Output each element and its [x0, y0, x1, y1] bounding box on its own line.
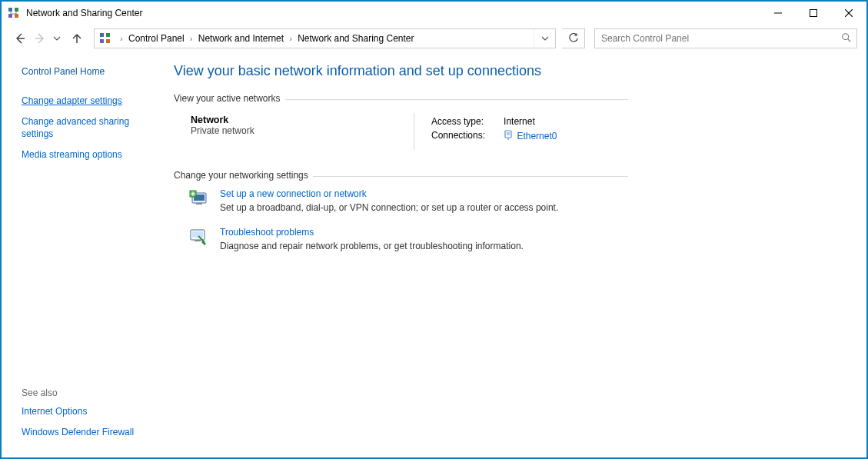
svg-rect-1 [15, 8, 18, 12]
svg-rect-5 [810, 10, 817, 17]
connection-link[interactable]: Ethernet0 [517, 131, 557, 141]
search-icon[interactable] [841, 32, 852, 45]
action-setup-connection-link[interactable]: Set up a new connection or network [220, 188, 558, 199]
svg-rect-12 [100, 39, 104, 43]
svg-point-14 [843, 33, 849, 39]
svg-rect-10 [100, 33, 104, 37]
svg-line-15 [848, 38, 851, 42]
see-also-internet-options[interactable]: Internet Options [22, 406, 155, 418]
ethernet-icon [504, 130, 513, 141]
sidebar-item-change-advanced-sharing-settings[interactable]: Change advanced sharing settings [22, 116, 155, 140]
access-type-label: Access type: [431, 116, 491, 128]
control-panel-home-link[interactable]: Control Panel Home [22, 66, 155, 78]
forward-button[interactable] [31, 29, 49, 48]
svg-rect-22 [196, 203, 202, 205]
action-troubleshoot-link[interactable]: Troubleshoot problems [220, 227, 524, 238]
up-button[interactable] [68, 29, 86, 48]
active-networks-label: View your active networks [174, 93, 285, 104]
vertical-divider [414, 113, 414, 150]
app-icon [8, 7, 20, 19]
sidebar-item-change-adapter-settings[interactable]: Change adapter settings [22, 95, 155, 108]
breadcrumb-chevron-icon[interactable]: › [285, 35, 296, 43]
svg-rect-3 [15, 14, 18, 18]
network-type: Private network [191, 125, 414, 136]
see-also-section: See also Internet Options Windows Defend… [22, 387, 155, 448]
setup-connection-icon [189, 190, 209, 207]
search-input[interactable] [600, 32, 841, 45]
recent-locations-button[interactable] [51, 29, 63, 48]
page-title: View your basic network information and … [174, 63, 851, 79]
back-button[interactable] [11, 29, 29, 48]
action-setup-connection: Set up a new connection or network Set u… [174, 181, 851, 213]
troubleshoot-icon [189, 228, 209, 245]
svg-rect-28 [195, 240, 201, 241]
minimize-button[interactable] [760, 2, 796, 25]
address-bar[interactable]: › Control Panel › Network and Internet ›… [94, 28, 556, 48]
svg-rect-11 [106, 33, 110, 37]
svg-rect-27 [192, 231, 203, 238]
refresh-button[interactable] [562, 28, 585, 48]
search-box[interactable] [594, 28, 857, 48]
content-area: Control Panel Home Change adapter settin… [2, 52, 866, 457]
action-setup-connection-desc: Set up a broadband, dial-up, or VPN conn… [220, 202, 558, 213]
active-networks-group: View your active networks Network Privat… [174, 93, 851, 150]
see-also-label: See also [22, 387, 155, 398]
sidebar: Control Panel Home Change adapter settin… [2, 52, 163, 457]
action-troubleshoot-desc: Diagnose and repair network problems, or… [220, 241, 524, 251]
svg-rect-13 [106, 39, 110, 43]
breadcrumb-item[interactable]: Control Panel [127, 33, 186, 44]
connections-label: Connections: [431, 130, 491, 143]
address-bar-icon [99, 32, 111, 45]
change-settings-label: Change your networking settings [174, 170, 313, 181]
breadcrumb-chevron-icon[interactable]: › [116, 35, 127, 43]
maximize-button[interactable] [796, 2, 831, 25]
action-troubleshoot: Troubleshoot problems Diagnose and repai… [174, 213, 851, 251]
svg-rect-0 [8, 8, 12, 12]
breadcrumb-chevron-icon[interactable]: › [186, 35, 197, 43]
network-entry: Network Private network Access type: Int… [174, 104, 851, 150]
navigation-bar: › Control Panel › Network and Internet ›… [2, 25, 866, 52]
window-controls [760, 2, 866, 25]
breadcrumb-item[interactable]: Network and Internet [197, 33, 285, 44]
access-type-value: Internet [493, 116, 563, 128]
see-also-windows-defender-firewall[interactable]: Windows Defender Firewall [22, 427, 155, 439]
svg-rect-2 [8, 14, 12, 18]
close-button[interactable] [831, 2, 866, 25]
breadcrumb-item[interactable]: Network and Sharing Center [296, 33, 415, 44]
main-panel: View your basic network information and … [163, 52, 866, 457]
address-bar-dropdown-button[interactable] [534, 29, 555, 48]
window-title: Network and Sharing Center [26, 8, 142, 18]
change-settings-group: Change your networking settings Set up a… [174, 170, 851, 251]
network-name: Network [191, 115, 414, 125]
sidebar-item-media-streaming-options[interactable]: Media streaming options [22, 149, 155, 161]
title-bar: Network and Sharing Center [2, 2, 866, 25]
